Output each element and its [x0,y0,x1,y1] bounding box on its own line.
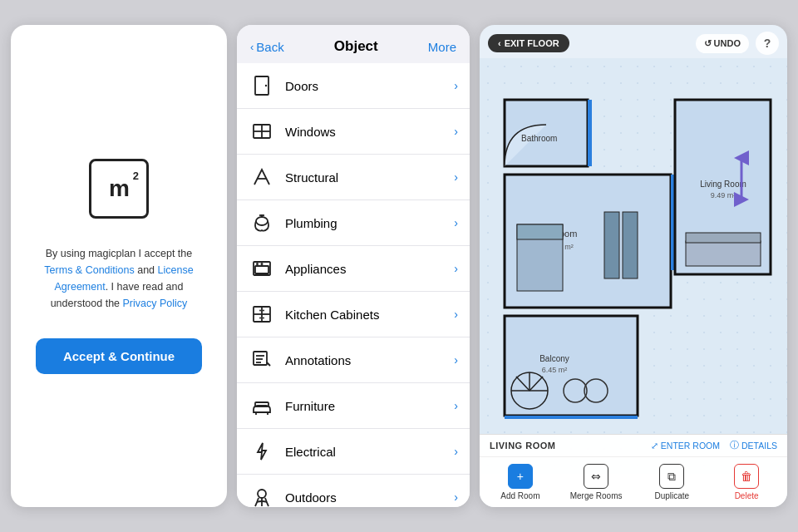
svg-rect-56 [686,241,761,266]
appliances-chevron-icon: › [454,262,458,275]
svg-text:Bathroom: Bathroom [521,134,557,143]
floorplan-bottom-bar: LIVING ROOM ⤢ ENTER ROOM ⓘ DETAILS + Add… [480,434,787,507]
list-item-furniture[interactable]: Furniture › [237,383,470,429]
furniture-chevron-icon: › [454,399,458,412]
electrical-label: Electrical [285,445,454,459]
help-button[interactable]: ? [756,32,779,55]
terms-conditions-link[interactable]: Terms & Conditions [44,264,134,276]
list-item-kitchen-cabinets[interactable]: Kitchen Cabinets › [237,292,470,337]
logo-letter: m [109,175,129,202]
electrical-chevron-icon: › [454,445,458,458]
panel-title: Object [334,38,378,55]
bottom-toolbar: + Add Room ⇔ Merge Rooms ⧉ Duplicate 🗑 D… [480,457,787,507]
structural-chevron-icon: › [454,170,458,184]
svg-point-18 [259,318,261,319]
enter-room-button[interactable]: ⤢ ENTER ROOM [651,440,720,451]
merge-rooms-label: Merge Rooms [570,491,623,500]
svg-rect-69 [505,416,638,419]
svg-rect-49 [604,212,619,278]
svg-point-19 [263,318,264,319]
electrical-icon [249,438,275,465]
svg-rect-10 [255,266,268,273]
back-button[interactable]: ‹ Back [250,40,284,54]
undo-button[interactable]: ↺ UNDO [696,34,749,53]
svg-point-1 [265,85,267,86]
svg-point-11 [256,263,259,265]
doors-chevron-icon: › [454,79,458,92]
svg-rect-24 [255,402,268,406]
objects-list: Doors › Windows › [237,63,470,507]
list-item-annotations[interactable]: Annotations › [237,337,470,383]
appliances-label: Appliances [285,262,454,276]
delete-button[interactable]: 🗑 Delete [722,464,771,500]
more-button[interactable]: More [428,40,456,54]
windows-chevron-icon: › [454,125,458,138]
structural-label: Structural [285,170,454,185]
duplicate-label: Duplicate [654,491,689,500]
plumbing-label: Plumbing [285,216,454,230]
kitchen-cabinets-label: Kitchen Cabinets [285,308,454,322]
privacy-policy-link[interactable]: Privacy Policy [123,298,188,309]
enter-room-icon: ⤢ [651,441,658,451]
kitchen-cabinets-icon [249,301,275,328]
back-chevron-icon: ‹ [250,41,254,53]
outdoors-icon [249,484,275,507]
windows-icon [249,118,275,145]
outdoors-chevron-icon: › [454,490,458,504]
login-panel: m 2 By using magicplan I accept the Term… [11,25,227,507]
list-item-doors[interactable]: Doors › [237,63,470,109]
exit-floor-label: EXIT FLOOR [505,38,559,48]
list-item-structural[interactable]: Structural › [237,155,470,200]
annotations-icon [249,347,275,373]
delete-label: Delete [735,491,759,500]
merge-rooms-button[interactable]: ⇔ Merge Rooms [570,464,623,500]
duplicate-button[interactable]: ⧉ Duplicate [647,464,697,500]
objects-header: ‹ Back Object More [237,25,470,63]
accept-continue-button[interactable]: Accept & Continue [36,338,202,374]
list-item-plumbing[interactable]: Plumbing › [237,200,470,246]
outdoors-label: Outdoors [285,490,454,505]
add-room-label: Add Room [500,491,539,500]
help-icon: ? [764,37,771,50]
svg-rect-48 [517,224,563,239]
add-room-button[interactable]: + Add Room [495,464,545,500]
kitchen-cabinets-chevron-icon: › [454,308,458,321]
selected-room-name: LIVING ROOM [490,441,555,451]
floorplan-top-bar: ‹ EXIT FLOOR ↺ UNDO ? [480,25,787,62]
svg-point-17 [263,310,264,312]
plumbing-chevron-icon: › [454,216,458,229]
list-item-windows[interactable]: Windows › [237,109,470,155]
appliances-icon [249,255,275,282]
duplicate-icon: ⧉ [659,464,684,489]
svg-rect-58 [505,316,638,416]
svg-rect-43 [588,100,592,166]
svg-point-6 [256,217,268,225]
list-item-electrical[interactable]: Electrical › [237,429,470,475]
furniture-icon [249,392,275,419]
details-button[interactable]: ⓘ DETAILS [730,440,777,451]
svg-text:6.45 m²: 6.45 m² [542,366,568,374]
back-label: Back [256,40,283,54]
terms-text: By using magicplan I accept the Terms & … [31,245,207,312]
svg-point-27 [258,490,266,498]
list-item-appliances[interactable]: Appliances › [237,246,470,292]
svg-rect-50 [623,212,638,278]
room-info-bar: LIVING ROOM ⤢ ENTER ROOM ⓘ DETAILS [480,435,787,457]
info-icon: ⓘ [730,440,739,451]
svg-text:Balcony: Balcony [539,354,569,363]
svg-point-12 [261,263,264,265]
svg-point-16 [259,310,261,312]
exit-floor-chevron-icon: ‹ [498,38,501,48]
exit-floor-button[interactable]: ‹ EXIT FLOOR [488,34,569,52]
room-actions: ⤢ ENTER ROOM ⓘ DETAILS [651,440,777,451]
windows-label: Windows [285,125,454,139]
add-room-icon: + [508,464,533,489]
undo-icon: ↺ [704,38,712,49]
doors-icon [249,72,275,99]
furniture-label: Furniture [285,399,454,413]
merge-rooms-icon: ⇔ [584,464,608,489]
list-item-outdoors[interactable]: Outdoors › [237,475,470,507]
floorplan-panel: ‹ EXIT FLOOR ↺ UNDO ? [480,25,787,507]
app-logo: m 2 [89,159,149,219]
undo-label: UNDO [714,38,741,48]
